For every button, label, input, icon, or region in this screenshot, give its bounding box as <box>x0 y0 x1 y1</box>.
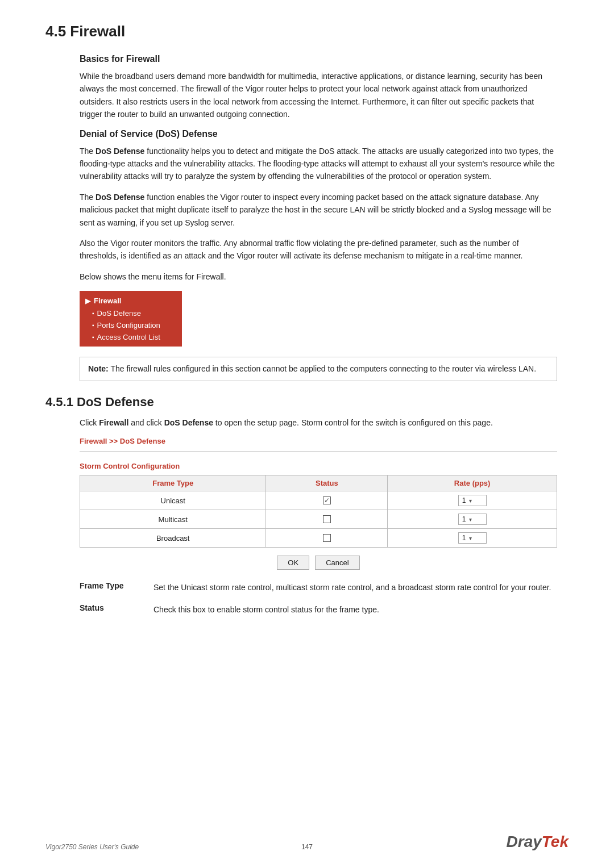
chevron-down-icon: ▾ <box>469 498 472 504</box>
dos-para2-mid: functionality helps you to detect and mi… <box>80 147 555 181</box>
dos-para3-bold: DoS Defense <box>96 193 144 202</box>
dos-para3-mid: function enables the Vigor router to ins… <box>80 193 551 227</box>
desc-term-frametype: Frame Type <box>80 581 154 594</box>
description-section: Frame Type Set the Unicast storm rate co… <box>80 581 557 616</box>
dos-intro-mid1: and click <box>128 418 164 427</box>
col-status: Status <box>266 475 388 491</box>
checkbox-multicast[interactable] <box>323 515 331 523</box>
menu-item-dos[interactable]: DoS Defense <box>80 307 182 319</box>
select-rate-broadcast[interactable]: 1 ▾ <box>458 532 487 544</box>
checkbox-unicast[interactable]: ✓ <box>323 496 331 504</box>
dos-intro-bold2: DoS Defense <box>164 418 213 427</box>
content-block: Basics for Firewall While the broadband … <box>80 54 557 381</box>
page-title: 4.5 Firewall <box>45 23 569 40</box>
dos-content-block: Click Firewall and click DoS Defense to … <box>80 416 557 616</box>
table-row: Multicast 1 ▾ <box>80 510 557 529</box>
col-frame-type: Frame Type <box>80 475 266 491</box>
logo-gray-part: Dray <box>507 833 542 850</box>
chevron-down-icon: ▾ <box>469 516 472 523</box>
table-row: Broadcast 1 ▾ <box>80 529 557 548</box>
dos-para4: Also the Vigor router monitors the traff… <box>80 237 557 262</box>
dos-para2-bold: DoS Defense <box>96 147 144 156</box>
menu-arrow-icon: ▶ <box>85 297 90 305</box>
note-bold: Note: <box>88 364 109 373</box>
cell-rate-unicast: 1 ▾ <box>388 491 557 510</box>
basics-heading: Basics for Firewall <box>80 54 557 64</box>
note-box: Note: The firewall rules configured in t… <box>80 357 557 381</box>
dos-intro-bold1: Firewall <box>99 418 128 427</box>
cell-status-unicast[interactable]: ✓ <box>266 491 388 510</box>
cell-rate-broadcast: 1 ▾ <box>388 529 557 548</box>
basics-para1: While the broadband users demand more ba… <box>80 70 557 121</box>
desc-row-status: Status Check this box to enable storm co… <box>80 603 557 616</box>
below-shows-text: Below shows the menu items for Firewall. <box>80 270 557 283</box>
desc-row-frametype: Frame Type Set the Unicast storm rate co… <box>80 581 557 594</box>
cell-frame-multicast: Multicast <box>80 510 266 529</box>
dos-intro-prefix: Click <box>80 418 99 427</box>
footer-logo: DrayTek <box>507 833 569 851</box>
select-rate-unicast[interactable]: 1 ▾ <box>458 495 487 506</box>
footer-guide-title: Vigor2750 Series User's Guide <box>45 843 139 851</box>
dos-breadcrumb: Firewall >> DoS Defense <box>80 437 557 445</box>
storm-table: Frame Type Status Rate (pps) Unicast ✓ 1 <box>80 475 557 548</box>
firewall-menu: ▶ Firewall DoS Defense Ports Configurati… <box>80 291 182 347</box>
rate-value-unicast: 1 <box>462 496 466 504</box>
desc-term-status: Status <box>80 603 154 616</box>
footer-page-number: 147 <box>301 843 313 851</box>
cell-rate-multicast: 1 ▾ <box>388 510 557 529</box>
table-row: Unicast ✓ 1 ▾ <box>80 491 557 510</box>
dos-para3-prefix: The <box>80 193 96 202</box>
select-rate-multicast[interactable]: 1 ▾ <box>458 514 487 525</box>
table-header-row: Frame Type Status Rate (pps) <box>80 475 557 491</box>
chevron-down-icon: ▾ <box>469 535 472 541</box>
cell-frame-unicast: Unicast <box>80 491 266 510</box>
menu-item-acl[interactable]: Access Control List <box>80 331 182 343</box>
dos-para2: The DoS Defense functionality helps you … <box>80 145 557 183</box>
rate-value-broadcast: 1 <box>462 534 466 542</box>
cell-status-multicast[interactable] <box>266 510 388 529</box>
button-row: OK Cancel <box>80 556 557 570</box>
menu-header-label: Firewall <box>94 297 121 305</box>
menu-header: ▶ Firewall <box>80 294 182 307</box>
desc-def-status: Check this box to enable storm control s… <box>154 603 557 616</box>
logo-red-part: Tek <box>542 833 569 850</box>
menu-item-ports[interactable]: Ports Configuration <box>80 319 182 331</box>
ok-button[interactable]: OK <box>277 556 309 570</box>
checkbox-broadcast[interactable] <box>323 534 331 542</box>
dos-para3: The DoS Defense function enables the Vig… <box>80 191 557 229</box>
page-footer: Vigor2750 Series User's Guide 147 DrayTe… <box>0 833 614 851</box>
cell-frame-broadcast: Broadcast <box>80 529 266 548</box>
rate-value-multicast: 1 <box>462 515 466 523</box>
desc-def-frametype: Set the Unicast storm rate control, mult… <box>154 581 557 594</box>
section-divider <box>80 451 557 452</box>
col-rate: Rate (pps) <box>388 475 557 491</box>
cancel-button[interactable]: Cancel <box>315 556 359 570</box>
dos-defense-heading: Denial of Service (DoS) Defense <box>80 129 557 139</box>
dos-intro: Click Firewall and click DoS Defense to … <box>80 416 557 429</box>
note-text: The firewall rules configured in this se… <box>110 364 536 373</box>
dos-para2-prefix: The <box>80 147 96 156</box>
dos-intro-mid2: to open the setup page. Storm control fo… <box>213 418 493 427</box>
storm-label: Storm Control Configuration <box>80 462 557 470</box>
dos-section-heading: 4.5.1 DoS Defense <box>45 395 569 410</box>
cell-status-broadcast[interactable] <box>266 529 388 548</box>
